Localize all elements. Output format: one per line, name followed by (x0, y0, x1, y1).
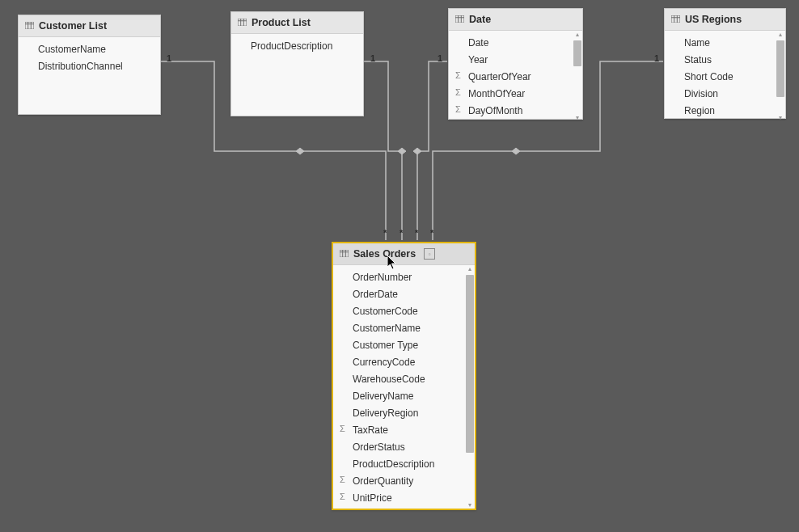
scroll-up-icon[interactable]: ▴ (778, 32, 783, 37)
field-row[interactable]: ProductDescription (231, 37, 363, 54)
field-row[interactable]: ΣUnitPrice (333, 489, 475, 506)
field-name: Customer Type (353, 340, 418, 351)
field-row[interactable]: Name (665, 34, 785, 51)
field-name: CurrencyCode (353, 357, 415, 368)
scrollbar[interactable]: ▴ ▾ (776, 32, 784, 120)
field-name: MonthOfYear (468, 88, 525, 99)
field-name: TaxRate (353, 424, 388, 436)
field-name: DeliveryRegion (353, 407, 418, 419)
svg-marker-1 (398, 148, 406, 154)
field-row[interactable]: ΣTaxRate (333, 421, 475, 438)
field-row[interactable]: DeliveryRegion (333, 404, 475, 421)
field-name: OrderQuantity (353, 475, 413, 487)
table-icon (238, 19, 247, 27)
scroll-down-icon[interactable]: ▾ (575, 116, 580, 120)
field-name: Region (684, 105, 715, 116)
table-header[interactable]: US Regions (665, 9, 785, 31)
field-row[interactable]: Short Code (665, 68, 785, 85)
field-row[interactable]: CurrencyCode (333, 353, 475, 370)
field-row[interactable]: CustomerCode (333, 302, 475, 319)
field-name: Division (684, 88, 718, 99)
svg-marker-2 (413, 148, 421, 154)
field-row[interactable]: OrderStatus (333, 438, 475, 455)
field-row[interactable]: ΣMonthOfYear (449, 85, 582, 102)
sigma-icon: Σ (455, 70, 461, 80)
table-icon (671, 15, 680, 23)
table-icon (25, 22, 34, 30)
field-row[interactable]: Status (665, 51, 785, 68)
table-us-regions[interactable]: US Regions Name Status Short Code Divisi… (664, 8, 786, 119)
field-name: QuarterOfYear (468, 71, 531, 82)
table-customer-list[interactable]: Customer List CustomerName DistributionC… (18, 15, 161, 115)
field-row[interactable]: DistributionChannel (19, 57, 160, 74)
table-header[interactable]: Product List (231, 12, 363, 34)
cardinality-many-2: * (400, 228, 403, 238)
sigma-icon: Σ (340, 424, 345, 433)
field-name: OrderDate (353, 289, 398, 300)
table-header[interactable]: Date (449, 9, 582, 31)
field-row[interactable]: ΣDayOfMonth (449, 102, 582, 119)
cardinality-product: 1 (370, 53, 375, 63)
field-name: Status (684, 54, 712, 65)
svg-marker-0 (296, 148, 304, 154)
field-row[interactable]: Date (449, 34, 582, 51)
scroll-thumb[interactable] (573, 40, 581, 66)
field-row[interactable]: WarehouseCode (333, 370, 475, 387)
field-row[interactable]: CustomerName (333, 319, 475, 336)
scroll-up-icon[interactable]: ▴ (467, 267, 472, 272)
scroll-down-icon[interactable]: ▾ (467, 503, 472, 508)
field-row[interactable]: ΣQuarterOfYear (449, 68, 582, 85)
table-title: Customer List (39, 20, 107, 32)
field-row[interactable]: OrderDate (333, 285, 475, 302)
cardinality-many-1: * (383, 228, 387, 238)
cardinality-date: 1 (438, 53, 442, 63)
field-list: Name Status Short Code Division Region ▴… (665, 31, 785, 122)
svg-rect-4 (25, 22, 34, 29)
field-name: DayOfMonth (468, 105, 522, 116)
field-name: Name (684, 37, 710, 49)
scrollbar[interactable]: ▴ ▾ (466, 267, 474, 508)
svg-rect-16 (671, 15, 680, 23)
sigma-icon: Σ (455, 104, 461, 114)
field-name: DistributionChannel (38, 61, 123, 72)
field-name: CustomerName (353, 323, 421, 334)
table-header[interactable]: Sales Orders ▫ (333, 243, 475, 265)
sigma-icon: Σ (455, 87, 461, 97)
field-row[interactable]: CustomerName (19, 40, 160, 57)
expand-icon[interactable]: ▫ (424, 248, 435, 260)
scroll-thumb[interactable] (466, 275, 474, 453)
scroll-up-icon[interactable]: ▴ (575, 32, 580, 37)
field-name: OrderStatus (353, 441, 405, 453)
table-sales-orders[interactable]: Sales Orders ▫ OrderNumber OrderDate Cus… (332, 242, 476, 510)
field-row[interactable]: ΣOrderQuantity (333, 472, 475, 489)
field-name: Short Code (684, 71, 733, 82)
field-row[interactable]: ProductDescription (333, 455, 475, 472)
table-icon (455, 15, 464, 23)
field-row[interactable]: Year (449, 51, 582, 68)
field-list: OrderNumber OrderDate CustomerCode Custo… (333, 265, 475, 509)
field-name: ProductDescription (353, 458, 434, 470)
table-title: Date (469, 14, 491, 25)
field-row[interactable]: DeliveryName (333, 387, 475, 404)
cardinality-many-3: * (415, 228, 418, 238)
svg-rect-8 (238, 19, 247, 26)
table-product-list[interactable]: Product List ProductDescription (230, 11, 364, 116)
scroll-down-icon[interactable]: ▾ (778, 116, 783, 120)
table-header[interactable]: Customer List (19, 15, 160, 37)
field-name: Date (468, 37, 488, 49)
field-row[interactable]: Region (665, 102, 785, 119)
field-name: Year (468, 54, 488, 65)
field-row[interactable]: OrderNumber (333, 268, 475, 285)
cardinality-customer: 1 (167, 53, 171, 63)
field-name: CustomerName (38, 44, 106, 55)
field-row[interactable]: Division (665, 85, 785, 102)
scrollbar[interactable]: ▴ ▾ (573, 32, 581, 120)
field-list: ProductDescription (231, 34, 363, 57)
field-name: ProductDescription (251, 40, 332, 52)
field-row[interactable]: Customer Type (333, 336, 475, 353)
scroll-thumb[interactable] (776, 40, 784, 97)
sigma-icon: Σ (340, 475, 345, 484)
table-date[interactable]: Date Date Year ΣQuarterOfYear ΣMonthOfYe… (448, 8, 583, 120)
field-list: Date Year ΣQuarterOfYear ΣMonthOfYear ΣD… (449, 31, 582, 122)
svg-marker-3 (512, 148, 520, 154)
